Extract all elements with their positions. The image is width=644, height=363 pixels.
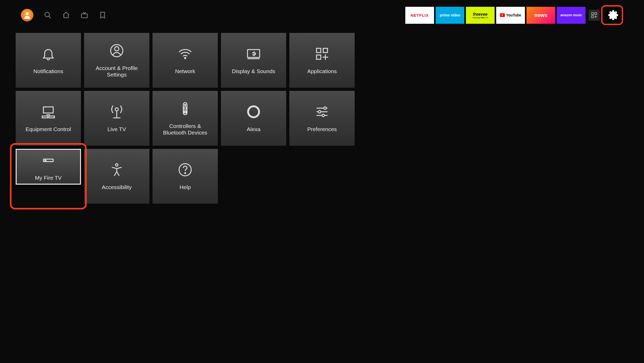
home-icon[interactable] — [62, 11, 70, 19]
svg-point-33 — [186, 112, 186, 113]
equipment-icon — [40, 104, 56, 120]
tile-help-label: Help — [179, 184, 191, 190]
app-youtube-label: YouTube — [506, 13, 521, 17]
svg-rect-6 — [595, 13, 597, 15]
svg-point-43 — [46, 160, 46, 161]
svg-rect-17 — [317, 55, 321, 59]
app-netflix-label: NETFLIX — [411, 13, 429, 17]
all-apps-icon[interactable] — [589, 10, 600, 21]
tile-applications-label: Applications — [307, 68, 337, 74]
app-freevee-sublabel: formerly IMDb TV — [473, 17, 488, 19]
svg-point-38 — [318, 111, 321, 113]
user-icon — [109, 43, 125, 58]
question-icon — [177, 162, 193, 178]
svg-point-31 — [186, 111, 186, 112]
svg-point-36 — [324, 107, 326, 109]
svg-point-12 — [185, 57, 186, 59]
tile-controllers-label: Controllers & Bluetooth Devices — [158, 123, 213, 136]
tile-equipment[interactable]: Equipment Control — [16, 91, 81, 146]
svg-point-29 — [184, 107, 186, 109]
tile-account-label: Account & Profile Settings — [89, 65, 144, 78]
accessibility-icon — [109, 162, 125, 178]
tile-notifications[interactable]: Notifications — [16, 33, 81, 88]
svg-rect-5 — [592, 13, 594, 15]
remote-icon — [177, 101, 193, 116]
app-youtube[interactable]: YouTube — [496, 7, 525, 24]
profile-icon — [23, 11, 32, 20]
app-amazonmusic[interactable]: amazon music — [557, 7, 586, 24]
top-navigation: NETFLIX prime video freeveeformerly IMDb… — [16, 5, 628, 25]
app-news-label: news — [534, 12, 547, 18]
tile-myfiretv-wrapper: My Fire TV — [16, 149, 81, 204]
tile-display-label: Display & Sounds — [232, 68, 275, 74]
tile-myfiretv-label: My Fire TV — [35, 174, 62, 181]
sliders-icon — [314, 104, 330, 120]
tile-help[interactable]: Help — [153, 149, 218, 204]
tile-display[interactable]: Display & Sounds — [221, 33, 286, 88]
app-netflix[interactable]: NETFLIX — [405, 7, 434, 24]
gear-icon — [608, 10, 618, 20]
svg-rect-7 — [592, 16, 594, 18]
tile-alexa-label: Alexa — [247, 126, 261, 132]
tile-livetv-label: Live TV — [108, 126, 126, 132]
svg-point-30 — [184, 111, 185, 112]
settings-grid: Notifications Account & Profile Settings… — [16, 33, 628, 204]
bookmark-icon[interactable] — [99, 11, 107, 19]
svg-rect-15 — [317, 48, 321, 52]
svg-rect-20 — [43, 107, 53, 113]
tile-myfiretv[interactable]: My Fire TV — [16, 149, 81, 185]
svg-rect-13 — [248, 50, 260, 57]
tile-preferences[interactable]: Preferences — [289, 91, 355, 146]
tile-alexa[interactable]: Alexa — [221, 91, 286, 146]
bell-icon — [40, 46, 56, 62]
app-freevee[interactable]: freeveeformerly IMDb TV — [466, 7, 495, 24]
profile-avatar[interactable] — [21, 9, 33, 21]
tile-network-label: Network — [175, 68, 195, 74]
svg-point-42 — [45, 160, 45, 161]
tile-controllers[interactable]: Controllers & Bluetooth Devices — [153, 91, 218, 146]
svg-point-47 — [185, 173, 186, 174]
nav-left-group — [21, 9, 107, 21]
tile-notifications-label: Notifications — [33, 68, 63, 74]
svg-line-2 — [49, 16, 51, 18]
tile-accessibility[interactable]: Accessibility — [84, 149, 149, 204]
monitor-sound-icon — [246, 46, 261, 62]
alexa-icon — [246, 104, 261, 120]
youtube-play-icon — [500, 13, 505, 17]
tile-network[interactable]: Network — [153, 33, 218, 88]
wifi-icon — [177, 46, 193, 62]
settings-highlight — [601, 5, 623, 25]
tile-applications[interactable]: Applications — [289, 33, 355, 88]
svg-rect-23 — [49, 116, 54, 118]
svg-rect-22 — [42, 116, 48, 118]
svg-point-40 — [322, 114, 324, 117]
apps-icon — [314, 46, 330, 62]
device-icon — [40, 153, 56, 168]
antenna-icon — [109, 104, 125, 120]
svg-rect-16 — [323, 48, 327, 52]
search-icon[interactable] — [44, 11, 52, 19]
svg-point-32 — [184, 112, 185, 113]
app-primevideo[interactable]: prime video — [436, 7, 464, 24]
tile-equipment-label: Equipment Control — [26, 126, 71, 132]
tile-livetv[interactable]: Live TV — [84, 91, 149, 146]
tile-preferences-label: Preferences — [307, 126, 337, 132]
app-amazonmusic-label: amazon music — [560, 13, 582, 17]
svg-point-28 — [185, 104, 186, 106]
tile-account[interactable]: Account & Profile Settings — [84, 33, 149, 88]
svg-point-44 — [115, 164, 118, 166]
tv-icon[interactable] — [80, 11, 88, 19]
nav-right-group: NETFLIX prime video freeveeformerly IMDb… — [405, 5, 623, 25]
app-news[interactable]: news — [526, 7, 555, 24]
svg-point-34 — [248, 106, 259, 117]
svg-point-11 — [115, 47, 119, 51]
svg-point-0 — [26, 12, 28, 15]
app-freevee-label: freevee — [473, 12, 488, 17]
settings-button[interactable] — [606, 8, 621, 23]
tile-accessibility-label: Accessibility — [102, 184, 132, 190]
svg-point-24 — [115, 108, 118, 111]
svg-point-1 — [45, 12, 50, 17]
app-primevideo-label: prime video — [440, 13, 460, 17]
svg-rect-3 — [81, 14, 87, 18]
